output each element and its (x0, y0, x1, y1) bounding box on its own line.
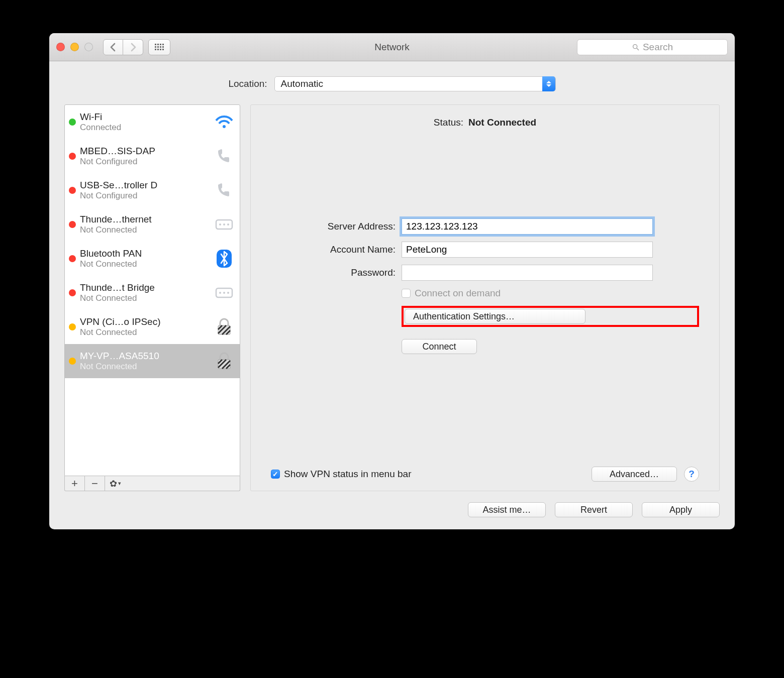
service-status: Not Connected (80, 225, 213, 235)
advanced-button[interactable]: Advanced… (592, 467, 677, 482)
grid-icon (155, 44, 164, 50)
ethernet-icon (213, 215, 236, 234)
window-controls (56, 43, 93, 51)
service-actions-button[interactable]: ✿▾ (105, 476, 125, 491)
status-dot (69, 119, 76, 126)
lock-icon (213, 318, 236, 336)
search-field[interactable]: Search (577, 39, 728, 55)
sidebar-footer: + − ✿▾ (64, 476, 240, 491)
svg-point-4 (219, 223, 221, 225)
show-vpn-checkbox[interactable] (271, 470, 280, 479)
show-vpn-label: Show VPN status in menu bar (284, 469, 411, 480)
bottom-buttons: Assist me… Revert Apply (64, 502, 720, 517)
network-preferences-window: Network Search Location: Automatic (49, 33, 735, 529)
account-name-row: Account Name: (271, 242, 699, 258)
phone-icon (213, 181, 236, 199)
main-columns: Wi-Fi Connected MBED…SIS-DAP Not Configu… (64, 104, 720, 491)
server-address-input[interactable] (402, 218, 653, 235)
status-value: Not Connected (468, 117, 536, 128)
sidebar-item-vpn-cisco[interactable]: VPN (Ci…o IPSec) Not Connected (65, 310, 240, 344)
status-dot (69, 187, 76, 194)
svg-point-9 (219, 292, 221, 294)
chevron-down-icon: ▾ (118, 480, 121, 487)
account-name-label: Account Name: (271, 244, 402, 255)
help-button[interactable]: ? (684, 467, 699, 482)
ethernet-icon (213, 284, 236, 302)
sidebar-item-wifi[interactable]: Wi-Fi Connected (65, 105, 240, 139)
sidebar-item-usb-serial[interactable]: USB-Se…troller D Not Configured (65, 173, 240, 207)
status-dot (69, 153, 76, 160)
status-dot (69, 323, 76, 330)
stepper-icon (542, 76, 555, 91)
show-all-button[interactable] (148, 39, 170, 55)
close-window-button[interactable] (56, 43, 65, 51)
status-dot (69, 358, 76, 365)
forward-button[interactable] (123, 39, 143, 55)
location-row: Location: Automatic (64, 76, 720, 91)
service-name: Thunde…thernet (80, 214, 213, 225)
status-dot (69, 255, 76, 262)
svg-line-1 (637, 48, 639, 50)
account-name-input[interactable] (402, 242, 653, 258)
connect-on-demand-label: Connect on demand (415, 288, 501, 299)
sidebar-item-my-vpn-asa5510[interactable]: MY-VP…ASA5510 Not Connected (65, 344, 240, 378)
phone-icon (213, 147, 236, 165)
panel-footer: Show VPN status in menu bar Advanced… ? (271, 467, 699, 482)
password-input[interactable] (402, 265, 653, 281)
service-name: USB-Se…troller D (80, 180, 213, 191)
password-label: Password: (271, 267, 402, 278)
password-row: Password: (271, 265, 699, 281)
svg-point-0 (633, 44, 637, 48)
service-status: Not Connected (80, 327, 213, 337)
service-name: MBED…SIS-DAP (80, 146, 213, 157)
location-value: Automatic (281, 78, 323, 89)
server-address-label: Server Address: (271, 221, 402, 232)
revert-button[interactable]: Revert (555, 502, 633, 517)
minimize-window-button[interactable] (70, 43, 79, 51)
sidebar-item-thunder-ethernet[interactable]: Thunde…thernet Not Connected (65, 207, 240, 242)
auth-settings-highlight: Authentication Settings… (402, 306, 699, 327)
nav-buttons (103, 39, 143, 55)
svg-point-2 (223, 125, 226, 128)
svg-point-11 (227, 292, 229, 294)
connect-on-demand-row[interactable]: Connect on demand (402, 288, 699, 299)
body-area: Location: Automatic Wi-Fi Connected (49, 61, 735, 529)
search-icon (632, 43, 640, 51)
wifi-icon (213, 113, 236, 131)
sidebar-item-thunder-bridge[interactable]: Thunde…t Bridge Not Connected (65, 276, 240, 310)
service-status: Not Configured (80, 157, 213, 167)
sidebar-item-bluetooth-pan[interactable]: Bluetooth PAN Not Connected (65, 242, 240, 276)
back-button[interactable] (103, 39, 123, 55)
form-rows: Server Address: Account Name: Password: … (271, 218, 699, 354)
location-select[interactable]: Automatic (274, 76, 556, 91)
status-dot (69, 221, 76, 228)
connect-button[interactable]: Connect (402, 339, 477, 354)
service-status: Not Configured (80, 191, 213, 201)
service-list[interactable]: Wi-Fi Connected MBED…SIS-DAP Not Configu… (64, 104, 240, 476)
apply-button[interactable]: Apply (642, 502, 720, 517)
status-dot (69, 289, 76, 296)
service-status: Not Connected (80, 362, 213, 372)
service-name: Thunde…t Bridge (80, 282, 213, 293)
authentication-settings-button[interactable]: Authentication Settings… (405, 309, 585, 324)
titlebar: Network Search (49, 33, 735, 61)
bluetooth-icon (213, 250, 236, 268)
server-address-row: Server Address: (271, 218, 699, 235)
service-name: MY-VP…ASA5510 (80, 351, 213, 362)
zoom-window-button[interactable] (84, 43, 93, 51)
gear-icon: ✿ (110, 478, 117, 489)
search-placeholder: Search (643, 42, 673, 53)
status-row: Status: Not Connected (271, 117, 699, 128)
location-label: Location: (228, 78, 267, 89)
svg-point-5 (223, 223, 225, 225)
connect-on-demand-checkbox[interactable] (402, 289, 411, 298)
service-name: VPN (Ci…o IPSec) (80, 316, 213, 327)
add-service-button[interactable]: + (65, 476, 85, 491)
sidebar-item-mbed[interactable]: MBED…SIS-DAP Not Configured (65, 139, 240, 173)
service-status: Not Connected (80, 259, 213, 269)
lock-icon (213, 352, 236, 370)
assist-me-button[interactable]: Assist me… (468, 502, 546, 517)
status-label: Status: (434, 117, 463, 128)
service-name: Wi-Fi (80, 111, 213, 123)
remove-service-button[interactable]: − (85, 476, 105, 491)
